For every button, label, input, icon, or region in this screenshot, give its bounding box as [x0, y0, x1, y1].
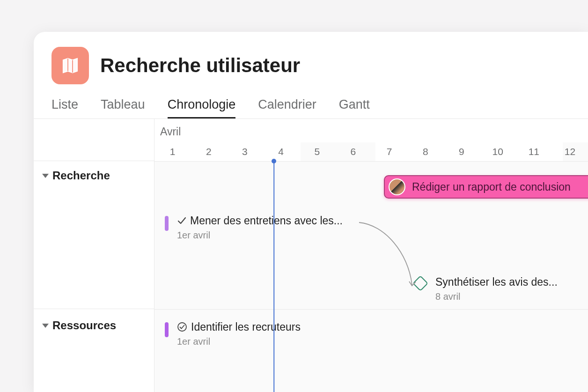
map-icon — [61, 56, 80, 75]
task-date: 1er avril — [177, 230, 343, 241]
today-marker-dot — [272, 159, 276, 163]
day-cell: 10 — [480, 146, 516, 161]
task-marker-bar — [165, 216, 169, 231]
app-window: Recherche utilisateur Liste Tableau Chro… — [34, 32, 588, 392]
task-synthetiser-avis[interactable]: Synthétiser les avis des... 8 avril — [415, 276, 558, 302]
day-cell: 5 — [299, 146, 335, 161]
task-date: 1er avril — [177, 336, 301, 347]
section-divider — [154, 309, 588, 310]
svg-point-2 — [178, 323, 186, 331]
section-header-ressources[interactable]: Ressources — [34, 309, 154, 333]
dependency-arrow-icon — [357, 220, 422, 290]
chevron-down-icon — [42, 174, 49, 178]
task-title: Rédiger un rapport de conclusion — [412, 181, 571, 193]
day-cell: 1 — [154, 146, 191, 161]
task-mener-entretiens[interactable]: Mener des entretiens avec les... 1er avr… — [165, 214, 343, 241]
day-cell: 9 — [443, 146, 479, 161]
task-title: Mener des entretiens avec les... — [190, 214, 343, 227]
section-label: Recherche — [52, 169, 110, 182]
timeline: Recherche Ressources Avril 1 2 3 4 5 — [34, 118, 588, 392]
tab-tableau[interactable]: Tableau — [101, 97, 145, 118]
tab-chronologie[interactable]: Chronologie — [168, 97, 236, 118]
chevron-down-icon — [42, 324, 49, 328]
day-cell: 3 — [227, 146, 263, 161]
task-title: Synthétiser les avis des... — [435, 276, 558, 288]
check-circle-icon — [177, 322, 187, 332]
month-label: Avril — [160, 126, 181, 138]
day-cell: 2 — [191, 146, 227, 161]
section-label: Ressources — [52, 319, 116, 332]
tab-liste[interactable]: Liste — [51, 97, 78, 118]
day-cell: 4 — [263, 146, 299, 161]
title-row: Recherche utilisateur — [51, 47, 570, 84]
project-map-icon[interactable] — [51, 47, 89, 84]
project-header: Recherche utilisateur Liste Tableau Chro… — [34, 32, 588, 118]
section-header-recherche[interactable]: Recherche — [34, 161, 154, 185]
task-bar-rediger-rapport[interactable]: Rédiger un rapport de conclusion — [384, 175, 588, 199]
day-cell: 11 — [516, 146, 552, 161]
task-date: 8 avril — [435, 291, 558, 302]
page-title: Recherche utilisateur — [100, 54, 300, 77]
section-block-2: Ressources — [34, 309, 154, 333]
today-marker-line — [273, 161, 274, 392]
day-cell: 7 — [371, 146, 407, 161]
day-strip: 1 2 3 4 5 6 7 8 9 10 11 12 — [154, 146, 588, 161]
view-tabs: Liste Tableau Chronologie Calendrier Gan… — [51, 97, 570, 118]
task-marker-bar — [165, 322, 169, 337]
day-cell: 12 — [552, 146, 588, 161]
task-identifier-recruteurs[interactable]: Identifier les recruteurs 1er avril — [165, 320, 301, 347]
day-cell: 8 — [407, 146, 443, 161]
check-complete-icon — [177, 216, 186, 225]
date-header-spacer — [34, 119, 154, 161]
sections-column: Recherche Ressources — [34, 119, 154, 392]
tab-gantt[interactable]: Gantt — [339, 97, 370, 118]
section-block-1: Recherche — [34, 161, 154, 309]
timeline-grid[interactable]: Avril 1 2 3 4 5 6 7 8 9 10 11 12 — [154, 119, 588, 392]
task-title: Identifier les recruteurs — [191, 320, 301, 333]
day-cell: 6 — [335, 146, 371, 161]
assignee-avatar[interactable] — [389, 178, 405, 195]
tab-calendrier[interactable]: Calendrier — [258, 97, 316, 118]
